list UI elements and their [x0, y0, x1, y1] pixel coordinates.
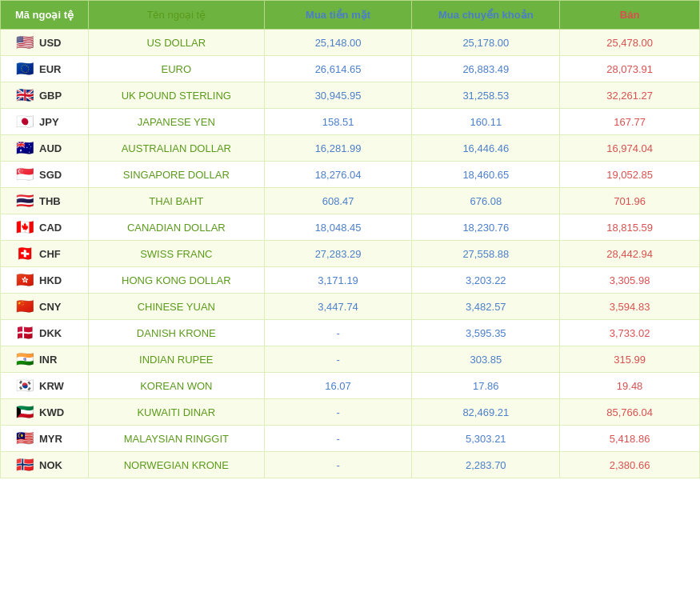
buy-cash-cell: - [264, 346, 412, 373]
buy-cash-cell: - [264, 399, 412, 426]
currency-name-cell: SWISS FRANC [88, 241, 264, 267]
buy-transfer-cell: 303.85 [412, 346, 560, 373]
table-row: 🇨🇳 CNY CHINESE YUAN3,447.743,482.573,594… [1, 294, 700, 320]
table-row: 🇮🇳 INR INDIAN RUPEE-303.85315.99 [1, 346, 700, 373]
sell-cell: 3,594.83 [560, 294, 700, 320]
currency-code: MYR [39, 433, 62, 445]
buy-cash-cell: 27,283.29 [264, 241, 412, 267]
sell-cell: 85,766.04 [560, 399, 700, 426]
buy-transfer-cell: 676.08 [412, 188, 560, 214]
buy-transfer-cell: 2,283.70 [412, 452, 560, 478]
flag-icon: 🇭🇰 [15, 274, 34, 286]
buy-transfer-cell: 3,595.35 [412, 320, 560, 346]
currency-name-cell: THAI BAHT [88, 188, 264, 214]
currency-code-cell: 🇮🇳 INR [1, 346, 89, 373]
buy-cash-cell: 30,945.95 [264, 82, 412, 109]
currency-name-cell: EURO [88, 56, 264, 82]
table-row: 🇯🇵 JPY JAPANESE YEN158.51160.11167.77 [1, 109, 700, 135]
header-code: Mã ngoại tệ [1, 1, 89, 30]
buy-transfer-cell: 26,883.49 [412, 56, 560, 82]
currency-name-cell: UK POUND STERLING [88, 82, 264, 109]
currency-code: KWD [39, 406, 64, 418]
currency-code-cell: 🇺🇸 USD [1, 30, 89, 56]
flag-icon: 🇰🇷 [15, 379, 34, 392]
buy-transfer-cell: 3,482.57 [412, 294, 560, 320]
currency-code: USD [39, 37, 61, 49]
currency-code-cell: 🇳🇴 NOK [1, 452, 89, 478]
currency-code: HKD [39, 274, 62, 286]
flag-icon: 🇰🇼 [15, 406, 34, 418]
sell-cell: 3,733.02 [560, 320, 700, 346]
sell-cell: 2,380.66 [560, 452, 700, 478]
currency-code-cell: 🇪🇺 EUR [1, 56, 89, 82]
sell-cell: 701.96 [560, 188, 700, 214]
buy-cash-cell: 16,281.99 [264, 135, 412, 162]
currency-name-cell: MALAYSIAN RINGGIT [88, 426, 264, 452]
header-name: Tên ngoại tệ [88, 1, 264, 30]
buy-cash-cell: 3,171.19 [264, 267, 412, 294]
currency-code-cell: 🇸🇬 SGD [1, 162, 89, 188]
currency-code-cell: 🇭🇰 HKD [1, 267, 89, 294]
currency-code: DKK [39, 327, 62, 339]
currency-code-cell: 🇨🇳 CNY [1, 294, 89, 320]
currency-code: EUR [39, 63, 61, 75]
currency-name-cell: AUSTRALIAN DOLLAR [88, 135, 264, 162]
currency-code: CNY [39, 301, 61, 313]
buy-transfer-cell: 31,258.53 [412, 82, 560, 109]
buy-transfer-cell: 3,203.22 [412, 267, 560, 294]
buy-cash-cell: 18,048.45 [264, 214, 412, 241]
buy-cash-cell: 18,276.04 [264, 162, 412, 188]
header-sell: Bán [560, 1, 700, 30]
table-row: 🇰🇷 KRW KOREAN WON16.0717.8619.48 [1, 373, 700, 399]
table-row: 🇨🇭 CHF SWISS FRANC27,283.2927,558.8828,4… [1, 241, 700, 267]
currency-code: SGD [39, 169, 62, 181]
flag-icon: 🇦🇺 [15, 142, 34, 154]
sell-cell: 315.99 [560, 346, 700, 373]
currency-code: GBP [39, 90, 62, 102]
currency-name-cell: KUWAITI DINAR [88, 399, 264, 426]
sell-cell: 16,974.04 [560, 135, 700, 162]
currency-name-cell: CHINESE YUAN [88, 294, 264, 320]
currency-code-cell: 🇬🇧 GBP [1, 82, 89, 109]
currency-name-cell: KOREAN WON [88, 373, 264, 399]
currency-name-cell: INDIAN RUPEE [88, 346, 264, 373]
table-row: 🇬🇧 GBP UK POUND STERLING30,945.9531,258.… [1, 82, 700, 109]
flag-icon: 🇸🇬 [15, 168, 34, 181]
table-row: 🇸🇬 SGD SINGAPORE DOLLAR18,276.0418,460.6… [1, 162, 700, 188]
currency-code: CHF [39, 248, 61, 260]
buy-cash-cell: - [264, 452, 412, 478]
flag-icon: 🇺🇸 [15, 36, 34, 49]
table-row: 🇺🇸 USD US DOLLAR25,148.0025,178.0025,478… [1, 30, 700, 56]
buy-cash-cell: 26,614.65 [264, 56, 412, 82]
sell-cell: 25,478.00 [560, 30, 700, 56]
flag-icon: 🇯🇵 [15, 115, 34, 128]
buy-cash-cell: 158.51 [264, 109, 412, 135]
table-row: 🇦🇺 AUD AUSTRALIAN DOLLAR16,281.9916,446.… [1, 135, 700, 162]
flag-icon: 🇪🇺 [15, 62, 34, 75]
currency-name-cell: NORWEGIAN KRONE [88, 452, 264, 478]
currency-code: THB [39, 195, 61, 207]
flag-icon: 🇩🇰 [15, 326, 34, 339]
currency-code-cell: 🇩🇰 DKK [1, 320, 89, 346]
buy-cash-cell: 608.47 [264, 188, 412, 214]
sell-cell: 32,261.27 [560, 82, 700, 109]
flag-icon: 🇮🇳 [15, 353, 34, 366]
flag-icon: 🇲🇾 [15, 432, 34, 445]
flag-icon: 🇹🇭 [15, 194, 34, 207]
buy-transfer-cell: 17.86 [412, 373, 560, 399]
currency-code: NOK [39, 459, 62, 471]
currency-name-cell: SINGAPORE DOLLAR [88, 162, 264, 188]
buy-transfer-cell: 82,469.21 [412, 399, 560, 426]
currency-name-cell: DANISH KRONE [88, 320, 264, 346]
currency-code-cell: 🇯🇵 JPY [1, 109, 89, 135]
table-row: 🇩🇰 DKK DANISH KRONE-3,595.353,733.02 [1, 320, 700, 346]
table-row: 🇲🇾 MYR MALAYSIAN RINGGIT-5,303.215,418.8… [1, 426, 700, 452]
currency-name-cell: US DOLLAR [88, 30, 264, 56]
currency-code-cell: 🇨🇦 CAD [1, 214, 89, 241]
table-row: 🇪🇺 EUR EURO26,614.6526,883.4928,073.91 [1, 56, 700, 82]
table-row: 🇨🇦 CAD CANADIAN DOLLAR18,048.4518,230.76… [1, 214, 700, 241]
currency-code-cell: 🇰🇷 KRW [1, 373, 89, 399]
sell-cell: 28,073.91 [560, 56, 700, 82]
buy-cash-cell: - [264, 320, 412, 346]
currency-name-cell: JAPANESE YEN [88, 109, 264, 135]
